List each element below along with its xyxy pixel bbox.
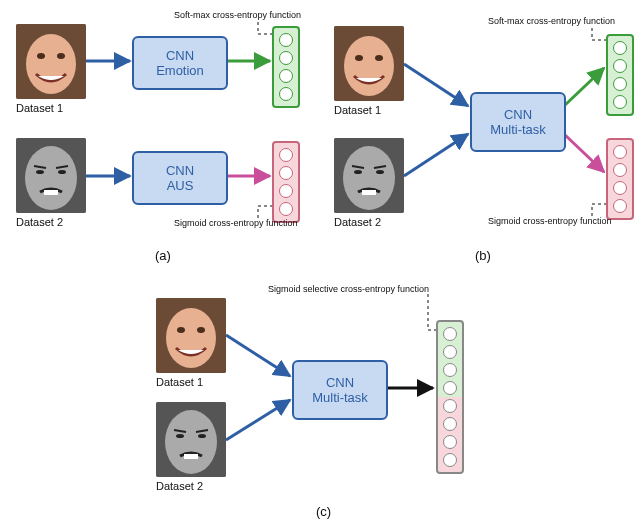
cnn-multitask-box: CNN Multi-task — [292, 360, 388, 420]
svg-line-13 — [404, 64, 468, 106]
output-emotion — [272, 26, 300, 108]
loss-label-sigmoid: Sigmoid cross-entropy function — [488, 216, 612, 226]
dataset1-label: Dataset 1 — [334, 104, 381, 116]
subfig-a-label: (a) — [155, 248, 171, 263]
svg-line-26 — [226, 335, 290, 376]
cnn-aus-box: CNN AUS — [132, 151, 228, 205]
panel-c: Dataset 1 Dataset 2 CNN Multi-task Sigmo… — [148, 280, 498, 510]
subfig-b-label: (b) — [475, 248, 491, 263]
face-image-dataset2 — [16, 138, 86, 213]
svg-point-34 — [165, 410, 217, 474]
svg-point-35 — [176, 434, 184, 438]
loss-label-softmax: Soft-max cross-entropy function — [488, 16, 615, 26]
output-aus — [272, 141, 300, 223]
svg-point-32 — [197, 327, 205, 333]
svg-rect-37 — [184, 454, 198, 459]
svg-point-7 — [57, 53, 65, 59]
cnn-emotion-box: CNN Emotion — [132, 36, 228, 90]
panel-a: Dataset 1 Dataset 2 CNN Emotion CNN AUS … — [8, 6, 318, 241]
svg-point-24 — [376, 170, 384, 174]
output-emotion — [606, 34, 634, 116]
svg-point-30 — [166, 308, 216, 368]
svg-point-22 — [343, 146, 395, 210]
svg-point-20 — [375, 55, 383, 61]
svg-point-5 — [26, 34, 76, 94]
panel-b: Dataset 1 Dataset 2 CNN Multi-task Soft-… — [326, 6, 638, 241]
loss-label-softmax: Soft-max cross-entropy function — [174, 10, 301, 20]
svg-line-14 — [404, 134, 468, 176]
face-image-dataset1 — [156, 298, 226, 373]
svg-point-31 — [177, 327, 185, 333]
output-joint — [436, 320, 464, 474]
face-image-dataset1 — [334, 26, 404, 101]
svg-point-36 — [198, 434, 206, 438]
dataset1-label: Dataset 1 — [16, 102, 63, 114]
svg-point-11 — [58, 170, 66, 174]
svg-point-6 — [37, 53, 45, 59]
output-aus — [606, 138, 634, 220]
svg-point-23 — [354, 170, 362, 174]
face-image-dataset2 — [334, 138, 404, 213]
dataset2-label: Dataset 2 — [334, 216, 381, 228]
loss-label-sigmoid: Sigmoid cross-entropy function — [174, 218, 298, 228]
svg-line-27 — [226, 400, 290, 440]
loss-label-selective: Sigmoid selective cross-entropy function — [268, 284, 429, 294]
svg-rect-12 — [44, 190, 58, 195]
svg-rect-25 — [362, 190, 376, 195]
dataset1-label: Dataset 1 — [156, 376, 203, 388]
dataset2-label: Dataset 2 — [16, 216, 63, 228]
svg-line-15 — [564, 68, 604, 106]
subfig-c-label: (c) — [316, 504, 331, 519]
svg-point-9 — [25, 146, 77, 210]
face-image-dataset2 — [156, 402, 226, 477]
svg-line-16 — [564, 134, 604, 172]
svg-point-19 — [355, 55, 363, 61]
cnn-multitask-box: CNN Multi-task — [470, 92, 566, 152]
dataset2-label: Dataset 2 — [156, 480, 203, 492]
svg-point-10 — [36, 170, 44, 174]
svg-point-18 — [344, 36, 394, 96]
face-image-dataset1 — [16, 24, 86, 99]
